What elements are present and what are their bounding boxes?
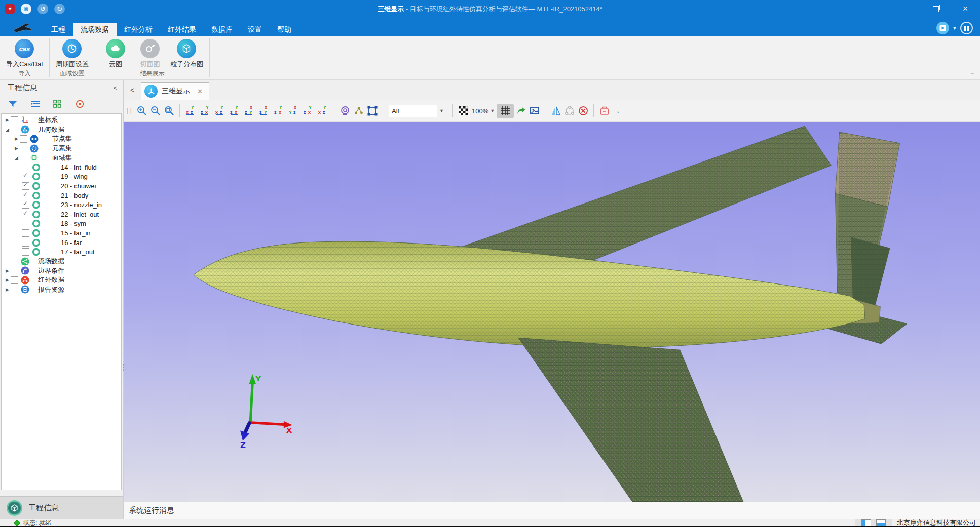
view-right-button[interactable]: Yzx [228, 104, 242, 117]
new-document-icon[interactable]: 🗎 [21, 4, 31, 14]
view-top-button[interactable]: xzY [243, 104, 256, 117]
restore-button[interactable] [921, 0, 951, 18]
view-bottom-button[interactable]: xzY [257, 104, 271, 117]
ribbon-button-2-2[interactable]: 粒子分布图 [168, 39, 205, 69]
layout-left-panel-icon[interactable] [861, 519, 871, 526]
menu-tab-1[interactable]: 流场数据 [73, 23, 117, 36]
transparency-checker-icon[interactable] [456, 104, 470, 118]
tree-item-0[interactable]: ▶Yzx坐标系 [2, 115, 121, 125]
ribbon-button-2-0[interactable]: 云图 [99, 39, 132, 69]
ring-nodes-button[interactable] [562, 104, 576, 118]
package-button[interactable] [597, 104, 611, 118]
tree-item-8[interactable]: 21 - body [2, 191, 121, 200]
tree-item-9[interactable]: 23 - nozzle_in [2, 200, 121, 210]
visibility-checkbox[interactable] [11, 286, 18, 293]
mesh-toggle-button[interactable] [497, 104, 514, 118]
visibility-checkbox[interactable] [22, 220, 29, 227]
visibility-checkbox[interactable] [20, 135, 27, 143]
tree-item-12[interactable]: 15 - far_in [2, 228, 121, 238]
menu-tab-5[interactable]: 设置 [240, 23, 270, 36]
visibility-checkbox[interactable] [22, 182, 29, 190]
viewport-3d[interactable]: Y X Z [124, 122, 980, 502]
visibility-checkbox[interactable] [11, 276, 18, 284]
visibility-checkbox[interactable] [11, 116, 18, 124]
view-back-button[interactable]: Yzx [199, 104, 212, 117]
expander-icon[interactable]: ▶ [4, 287, 11, 292]
run-dropdown-caret-icon[interactable]: ▼ [952, 25, 957, 31]
visibility-checkbox[interactable] [22, 211, 29, 218]
redo-icon[interactable]: ↻ [54, 4, 65, 14]
snapshot-button[interactable] [527, 104, 541, 118]
tree-item-4[interactable]: ◢面域集 [2, 153, 121, 163]
grid-view-icon[interactable] [52, 99, 63, 108]
tree-item-6[interactable]: 19 - wing [2, 172, 121, 182]
layout-bottom-panel-icon[interactable] [876, 519, 886, 526]
visibility-checkbox[interactable] [22, 192, 29, 199]
visibility-checkbox[interactable] [22, 164, 29, 171]
outline-list-icon[interactable] [29, 99, 41, 108]
tab-3d-display[interactable]: 三维显示 ✕ [141, 82, 209, 100]
tree-item-2[interactable]: ▶节点集 [2, 134, 121, 144]
menu-tab-6[interactable]: 帮助 [270, 23, 299, 36]
panel-collapse-icon[interactable]: < [113, 84, 117, 92]
display-filter-select[interactable]: All ▼ [389, 105, 446, 117]
tab-close-icon[interactable]: ✕ [197, 88, 203, 95]
zoom-out-button[interactable] [148, 104, 162, 118]
run-display-icon[interactable] [936, 22, 949, 34]
tree-item-18[interactable]: ▶报告资源 [2, 285, 121, 295]
tree-item-5[interactable]: 14 - int_fluid [2, 163, 121, 172]
visibility-checkbox[interactable] [20, 154, 27, 161]
visibility-checkbox[interactable] [20, 145, 27, 152]
view-iso3-button[interactable]: Yzx [301, 104, 315, 117]
ribbon-button-0-0[interactable]: cas导入Cas/Dat [4, 39, 45, 69]
export-arrow-button[interactable] [514, 104, 527, 118]
tree-item-1[interactable]: ◢几何数据 [2, 125, 121, 135]
visibility-checkbox[interactable] [22, 229, 29, 237]
expander-icon[interactable]: ◢ [4, 127, 11, 132]
project-info-footer-button[interactable]: 工程信息 [0, 496, 123, 519]
minimize-button[interactable]: — [892, 0, 921, 18]
visibility-checkbox[interactable] [11, 126, 18, 133]
visibility-checkbox[interactable] [22, 248, 29, 256]
particle-trace-button[interactable] [352, 104, 365, 118]
more-options-chevron-icon[interactable]: ⌄ [611, 104, 625, 118]
camera-button[interactable] [338, 104, 352, 118]
tree-item-17[interactable]: ▶红外数据 [2, 275, 121, 285]
view-left-button[interactable]: Yxz [213, 104, 227, 117]
display-filter-arrow-icon[interactable]: ▼ [437, 105, 446, 117]
mirror-button[interactable] [549, 104, 562, 118]
tree-item-11[interactable]: 18 - sym [2, 219, 121, 229]
menu-tab-0[interactable]: 工程 [44, 23, 73, 36]
expander-icon[interactable]: ▶ [4, 117, 11, 123]
tree-item-10[interactable]: 22 - inlet_out [2, 210, 121, 219]
close-button[interactable]: × [951, 0, 980, 18]
tree-item-16[interactable]: ▶边界条件 [2, 266, 121, 276]
target-icon[interactable] [74, 99, 85, 108]
menu-tab-2[interactable]: 红外分析 [117, 23, 160, 36]
view-iso1-button[interactable]: Yzx [272, 104, 286, 117]
expander-icon[interactable]: ◢ [13, 155, 20, 160]
tree-item-13[interactable]: 16 - far [2, 238, 121, 248]
ribbon-button-1-0[interactable]: 周期面设置 [54, 39, 91, 69]
zoom-level-dropdown[interactable]: 100% ▼ [472, 107, 495, 115]
view-iso4-button[interactable]: Yxz [316, 104, 330, 117]
expander-icon[interactable]: ▶ [4, 277, 11, 282]
view-iso2-button[interactable]: xYz [287, 104, 300, 117]
tree-item-7[interactable]: 20 - chuiwei [2, 181, 121, 191]
expander-icon[interactable]: ▶ [4, 268, 11, 273]
undo-icon[interactable]: ↺ [37, 4, 48, 14]
tree-item-15[interactable]: 流场数据 [2, 257, 121, 266]
tree-item-14[interactable]: 17 - far_out [2, 247, 121, 257]
expander-icon[interactable]: ▶ [13, 136, 20, 141]
visibility-checkbox[interactable] [22, 201, 29, 209]
toolbar-drag-handle[interactable]: ∣∣ [126, 107, 133, 114]
help-book-icon[interactable] [960, 22, 973, 34]
menu-tab-4[interactable]: 数据库 [204, 23, 240, 36]
visibility-checkbox[interactable] [22, 239, 29, 247]
zoom-fit-button[interactable] [162, 104, 176, 118]
visibility-checkbox[interactable] [22, 173, 29, 180]
zoom-in-button[interactable] [135, 104, 148, 118]
visibility-checkbox[interactable] [11, 267, 18, 274]
menu-tab-3[interactable]: 红外结果 [160, 23, 204, 36]
filter-icon[interactable] [7, 99, 18, 108]
